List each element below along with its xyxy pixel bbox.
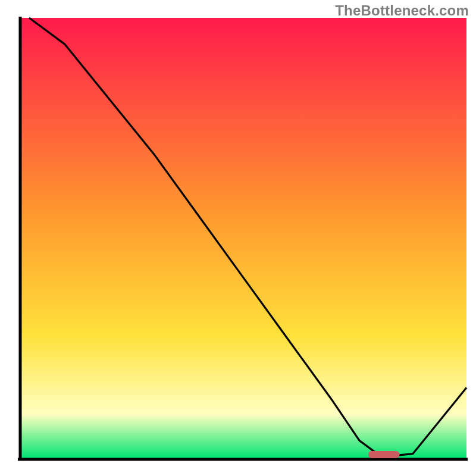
- bottleneck-chart: TheBottleneck.com: [0, 0, 476, 476]
- chart-canvas: [0, 0, 476, 476]
- watermark-text: TheBottleneck.com: [335, 2, 469, 19]
- optimum-marker: [368, 451, 400, 458]
- plot-background: [20, 18, 466, 458]
